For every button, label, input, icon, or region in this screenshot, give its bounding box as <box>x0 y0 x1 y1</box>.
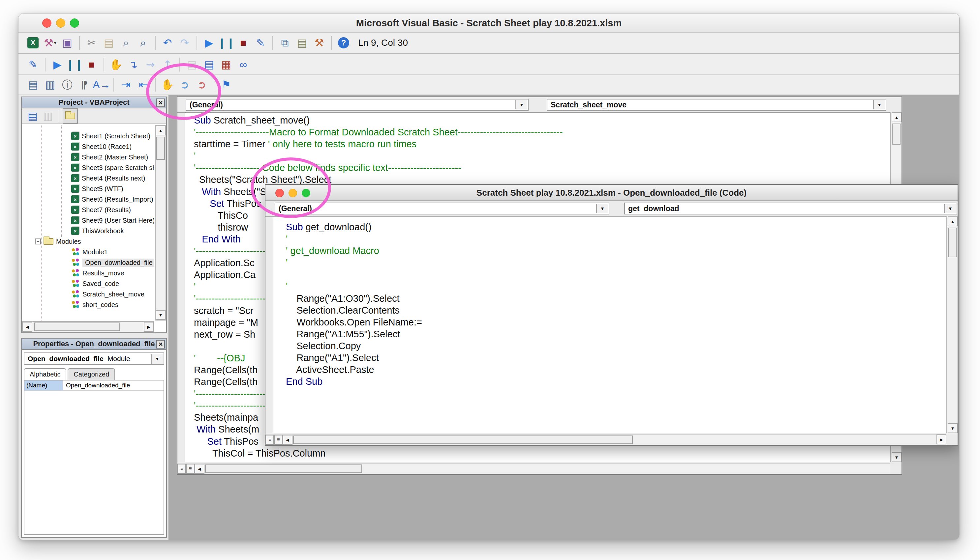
properties-panel-header[interactable]: Properties - Open_downloaded_file ✕ <box>22 338 166 350</box>
scrollbar-thumb[interactable] <box>34 322 120 331</box>
list-constants-icon[interactable]: ▥ <box>42 77 59 93</box>
chevron-down-icon[interactable]: ▼ <box>151 354 163 364</box>
break-icon[interactable]: ❙❙ <box>66 57 83 72</box>
scroll-down-icon[interactable]: ▼ <box>891 452 901 462</box>
run-icon[interactable]: ▶ <box>49 57 66 72</box>
scroll-right-icon[interactable]: ▶ <box>937 435 947 444</box>
tree-item[interactable]: ×Sheet10 (Race1) <box>22 141 154 152</box>
split-view-icon[interactable]: ≣ <box>274 435 283 445</box>
tree-item[interactable]: Module1 <box>22 247 154 257</box>
tab-categorized[interactable]: Categorized <box>68 368 115 380</box>
chevron-down-icon[interactable]: ▾ <box>54 40 56 45</box>
undo-icon[interactable]: ↶ <box>159 35 176 51</box>
excel-icon[interactable]: X <box>24 35 42 51</box>
object-dropdown[interactable]: Open_downloaded_file Module ▼ <box>24 352 164 365</box>
split-view-icon[interactable]: ≡ <box>177 464 186 474</box>
properties-window-icon[interactable]: ▤ <box>293 35 311 51</box>
split-view-icon[interactable]: ≡ <box>266 435 274 445</box>
scroll-up-icon[interactable]: ▲ <box>948 217 958 226</box>
chevron-down-icon[interactable]: ▼ <box>515 100 527 109</box>
tree-item[interactable]: ×Sheet6 (Results_Import) <box>22 194 154 205</box>
step-over-icon[interactable]: ⇝ <box>142 57 159 72</box>
tree-item[interactable]: ×Sheet3 (spare Scratch sheet) <box>22 162 154 173</box>
scrollbar-thumb[interactable] <box>948 228 957 257</box>
scroll-up-icon[interactable]: ▲ <box>891 112 901 122</box>
tree-item[interactable]: ×Sheet2 (Master Sheet) <box>22 152 154 162</box>
chevron-down-icon[interactable]: ▼ <box>944 204 956 213</box>
code-editor-area[interactable]: Sub get_download()'' get_download Macro'… <box>266 217 947 433</box>
procedure-box-dropdown[interactable]: Scratch_sheet_move ▼ <box>547 99 886 111</box>
run-icon[interactable]: ▶ <box>201 35 217 51</box>
toggle-breakpoint-icon[interactable]: ✋ <box>107 57 125 72</box>
code-horizontal-scrollbar[interactable]: ≡ ≣ ◀ ▶ <box>266 434 947 445</box>
complete-word-icon[interactable]: A→ <box>93 77 110 93</box>
child-window-title-bar[interactable]: Scratch Sheet play 10.8.2021.xlsm - Open… <box>266 185 958 201</box>
tree-item[interactable]: ×ThisWorkbook <box>22 226 154 236</box>
design-mode-icon[interactable]: ✎ <box>252 35 269 51</box>
tree-item[interactable]: ×Sheet4 (Results next) <box>22 173 154 183</box>
scroll-left-icon[interactable]: ◀ <box>22 322 32 332</box>
find-next-icon[interactable]: ⌕ <box>135 35 152 51</box>
step-into-icon[interactable]: ↴ <box>125 57 142 72</box>
quick-info-icon[interactable]: ⓘ <box>59 77 76 93</box>
paste-icon[interactable]: ▤ <box>100 35 117 51</box>
watch-window-icon[interactable]: ▦ <box>217 57 235 72</box>
view-object-icon[interactable]: ▥ <box>40 108 55 124</box>
project-tree-vertical-scrollbar[interactable]: ▲ ▼ <box>155 125 166 320</box>
break-icon[interactable]: ❙❙ <box>217 35 235 51</box>
reset-icon[interactable]: ■ <box>83 57 100 72</box>
scrollbar-thumb[interactable] <box>156 137 165 160</box>
help-icon[interactable]: ? <box>335 35 352 51</box>
chevron-down-icon[interactable]: ▼ <box>873 100 885 109</box>
view-code-icon[interactable]: ▤ <box>25 108 40 124</box>
object-box-dropdown[interactable]: (General) ▼ <box>275 203 609 215</box>
tree-item[interactable]: −Modules <box>22 236 154 247</box>
reset-icon[interactable]: ■ <box>235 35 252 51</box>
scroll-left-icon[interactable]: ◀ <box>194 464 204 474</box>
cut-icon[interactable]: ✂ <box>83 35 100 51</box>
scroll-left-icon[interactable]: ◀ <box>283 435 293 445</box>
redo-icon[interactable]: ↷ <box>176 35 193 51</box>
project-panel-header[interactable]: Project - VBAProject ✕ <box>22 97 166 108</box>
list-properties-icon[interactable]: ▤ <box>24 77 42 93</box>
scroll-down-icon[interactable]: ▼ <box>156 310 166 320</box>
design-mode-icon[interactable]: ✎ <box>24 57 42 72</box>
find-icon[interactable]: ⌕ <box>117 35 135 51</box>
procedure-box-dropdown[interactable]: get_download ▼ <box>624 203 957 215</box>
save-icon[interactable]: ▣ <box>59 35 76 51</box>
tree-item[interactable]: short_codes <box>22 300 154 310</box>
insert-userform-icon[interactable]: ⚒▾ <box>42 35 59 51</box>
scroll-up-icon[interactable]: ▲ <box>156 125 166 135</box>
tree-item[interactable]: Scratch_sheet_move <box>22 289 154 300</box>
scroll-right-icon[interactable]: ▶ <box>144 322 154 332</box>
parameter-info-icon[interactable]: ⁋ <box>76 77 93 93</box>
toggle-folders-icon[interactable] <box>63 108 78 124</box>
collapse-icon[interactable]: − <box>35 238 41 245</box>
indent-icon[interactable]: ⇥ <box>117 77 135 93</box>
tree-item[interactable]: Open_downloaded_file <box>22 257 154 268</box>
code-horizontal-scrollbar[interactable]: ≡ ≣ ◀ <box>177 463 890 474</box>
property-name-cell[interactable]: (Name) <box>24 380 63 390</box>
tree-item[interactable]: ×Sheet5 (WTF) <box>22 183 154 194</box>
tree-item[interactable]: ×Sheet9 (User Start Here) <box>22 215 154 226</box>
object-box-dropdown[interactable]: (General) ▼ <box>186 99 528 111</box>
scroll-down-icon[interactable]: ▼ <box>948 423 958 433</box>
scrollbar-thumb[interactable] <box>293 435 633 444</box>
tree-item[interactable]: Saved_code <box>22 278 154 289</box>
scrollbar-thumb[interactable] <box>205 465 362 473</box>
tree-item[interactable]: Results_move <box>22 268 154 278</box>
project-tree-horizontal-scrollbar[interactable]: ◀ ▶ <box>22 321 154 332</box>
tree-item[interactable]: ×Sheet1 (Scratch Sheet) <box>22 131 154 141</box>
split-view-icon[interactable]: ≣ <box>186 464 194 474</box>
tab-alphabetic[interactable]: Alphabetic <box>24 368 66 380</box>
close-icon[interactable]: ✕ <box>156 340 165 348</box>
property-value-cell[interactable]: Open_downloaded_file <box>63 380 164 390</box>
tree-item[interactable]: ×Sheet7 (Results) <box>22 205 154 215</box>
quick-watch-icon[interactable]: ∞ <box>235 57 252 72</box>
scrollbar-thumb[interactable] <box>892 123 901 145</box>
toolbox-icon[interactable]: ⚒ <box>311 35 328 51</box>
property-row[interactable]: (Name) Open_downloaded_file <box>24 380 164 391</box>
project-explorer-icon[interactable]: ⧉ <box>276 35 293 51</box>
chevron-down-icon[interactable]: ▼ <box>596 204 608 213</box>
code-vertical-scrollbar[interactable]: ▲ ▼ <box>947 217 958 433</box>
